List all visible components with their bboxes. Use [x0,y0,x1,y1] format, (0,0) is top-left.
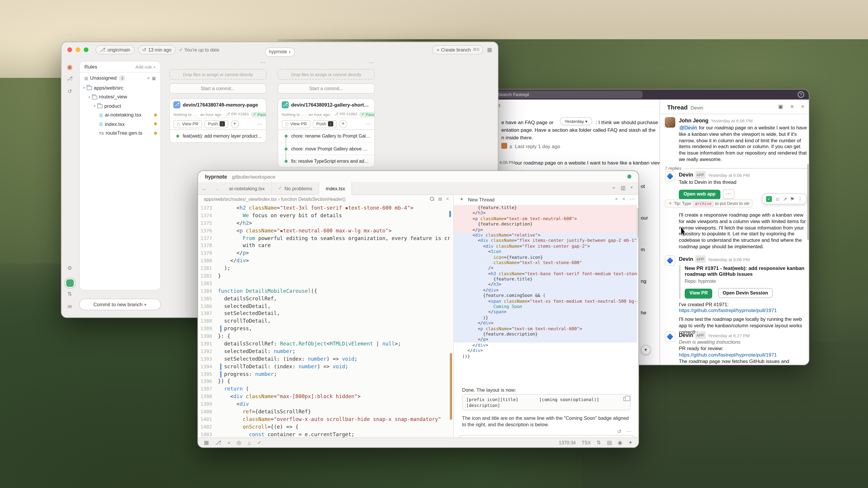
code-line[interactable]: 1380 </div> [198,257,450,265]
devin-avatar[interactable] [665,171,675,182]
tab-diagnostics[interactable]: ✓No problems [272,182,319,195]
devin-avatar[interactable] [665,331,675,342]
author-name[interactable]: John Jeong [679,118,708,124]
agent-scrollbar[interactable] [637,208,639,238]
author-name[interactable]: Devin [679,172,693,178]
view-pr-button[interactable]: ▢View PR [282,120,310,128]
new-thread-icon[interactable]: + [615,197,618,202]
avatar[interactable] [665,117,675,128]
settings-gear-icon[interactable]: ⚙ [66,266,74,271]
code-line[interactable]: 1381 ); [198,265,450,272]
last-fetch-pill[interactable]: ↺13 min ago [138,45,176,55]
create-branch-button[interactable]: + Create branch⌘B [433,45,484,55]
base-branch-pill[interactable]: ⎇origin/main [95,45,134,55]
feedback-icon[interactable]: ⋯ [626,429,631,434]
commit-row[interactable]: fix: resolve TypeScript errors and add r… [278,155,374,167]
code-line[interactable]: 1385 detailsScrollRef, [198,295,450,302]
open-in-new-icon[interactable]: ▣ [778,104,783,109]
code-line[interactable]: 1383 [198,280,450,288]
window-close-button[interactable] [67,47,72,52]
layout-status-icon[interactable]: ▤ [607,440,612,445]
author-name[interactable]: Devin [679,332,693,338]
check-reaction-icon[interactable]: ✓ [766,196,772,202]
chevron-down-icon[interactable]: ▾ [631,186,632,191]
code-line[interactable]: 1373 <h2 className="text-3xl font-serif … [198,204,450,212]
breadcrumb[interactable]: apps/web/src/routes/_view/index.tsx › fu… [204,197,346,202]
code-line[interactable]: 1377 From powerful editing to seamless o… [198,234,450,242]
branch-name[interactable]: gitbutler/workspace [232,174,275,180]
feedback-mail-icon[interactable]: ✉ [66,304,74,310]
code-line[interactable]: 1402 onScroll={(e) => { [198,423,450,431]
presence-indicator[interactable] [627,174,631,178]
lane-menu-icon[interactable]: ⋯ [278,60,375,67]
more-actions-icon[interactable]: ⋮ [798,196,802,202]
pr-badge[interactable]: ⎇ PR #1982 [334,112,357,117]
profile-avatar[interactable] [66,279,74,289]
add-reaction-icon[interactable]: ☺ [775,196,780,202]
code-line[interactable]: 1382} [198,272,450,280]
close-icon[interactable]: × [801,104,804,109]
code-line[interactable]: 1386 selectedDetail, [198,302,450,310]
code-line[interactable]: 1384function DetailsMobileCarousel({ [198,288,450,295]
chevron-down-icon[interactable]: ▾ [94,104,95,108]
code-line[interactable]: 1395 progress: number; [198,370,450,378]
code-line[interactable]: 1389 progress, [198,325,450,333]
code-line[interactable]: 1401 className="overflow-x-auto scrollba… [198,416,450,423]
chevron-down-icon[interactable]: ▾ [88,95,90,99]
cursor-position[interactable]: 1370:34 [559,440,576,445]
start-commit-button[interactable]: Start a commit... [169,83,267,94]
code-lines[interactable]: 1373 <h2 className="text-3xl font-serif … [198,204,450,438]
share-icon[interactable]: ↗ [783,196,787,202]
tree-item-apps-web-src[interactable]: ▾apps/web/src [80,83,160,92]
code-line[interactable]: 1396}) { [198,378,450,386]
push-button[interactable]: Push↑ [313,120,337,128]
commit-row[interactable]: chore: move Prompt Gallery above Workflo… [278,142,374,155]
outline-icon[interactable]: ≡ [228,441,230,445]
code-line[interactable]: 1391 detailsScrollRef: React.RefObject<H… [198,340,450,348]
language-mode[interactable]: TSX [582,440,591,445]
tree-item-ai-notetaking-tsx[interactable]: ◎ai-notetaking.tsx [80,110,160,120]
author-name[interactable]: Devin [679,256,693,262]
more-options-button[interactable]: ⋯ [722,189,734,199]
jump-to-latest-button[interactable]: ▾ [641,345,651,355]
code-line[interactable]: 1393 setSelectedDetail: (index: number) … [198,355,450,363]
tree-item-routeTree-gen-ts[interactable]: TSrouteTree.gen.ts [80,129,160,138]
branch-card[interactable]: ⎇devin/1764380912-gallery-shortcuts Noth… [278,98,375,129]
history-icon[interactable]: ↺ [66,89,74,94]
push-button[interactable]: Push↑ [205,120,228,128]
new-tab-icon[interactable]: + [612,186,615,191]
options-icon[interactable]: ≡ [446,197,448,201]
tree-item-product[interactable]: ▾product [80,101,160,110]
search-status-icon[interactable]: ◎ [237,440,241,445]
commit-row[interactable]: feat(web): add memory layer product page [170,130,266,142]
code-line[interactable]: 1397 return ( [198,386,450,393]
nav-forward-icon[interactable]: → [210,185,223,191]
replies-link-fragment[interactable]: s [509,143,512,149]
commit-to-new-branch-button[interactable]: Commit to new branch + [79,299,161,310]
code-line[interactable]: 1394 scrollToDetail: (index: number) => … [198,363,450,370]
copy-icon[interactable] [623,397,627,401]
code-line[interactable]: 1376 <p className="▪text-neutral-600 max… [198,227,450,234]
nav-back-icon[interactable]: ← [198,185,210,191]
history-icon[interactable]: ≡ [623,197,625,202]
list-view-icon[interactable]: ≡ [147,76,150,80]
git-branch-icon[interactable]: ⎇ [215,440,221,445]
open-web-app-button[interactable]: Open web app [679,190,720,200]
drop-zone[interactable]: Drop files to assign or commit directly [278,69,375,79]
help-icon[interactable]: ? [798,91,804,98]
pr-link[interactable]: https://github.com/fastrepl/hyprnote/pul… [679,308,807,314]
commit-row[interactable]: chore: rename Gallery to Prompt Gallery … [278,130,374,142]
replies-count[interactable]: 7 replies [665,165,681,171]
code-line[interactable]: 1392 selectedDetail: number; [198,348,450,355]
code-line[interactable]: 1378 with care [198,242,450,250]
lane-menu-icon[interactable]: ⋯ [169,60,267,67]
layout-icon[interactable]: ▦ [487,47,492,53]
code-line[interactable]: 1387 setSelectedDetail, [198,310,450,318]
bookmark-icon[interactable]: ⚑ [790,196,795,202]
agent-thread-title[interactable]: New Thread [468,197,495,203]
branches-icon[interactable]: ⎇ [66,76,74,82]
pr-title[interactable]: New PR #1971 - feat(web): add responsive… [685,265,807,278]
retry-icon[interactable]: ↺ [617,429,621,434]
tree-item-routes-_view[interactable]: ▾routes/_view [80,92,160,101]
panel-more-icon[interactable]: ⋯ [630,197,635,202]
